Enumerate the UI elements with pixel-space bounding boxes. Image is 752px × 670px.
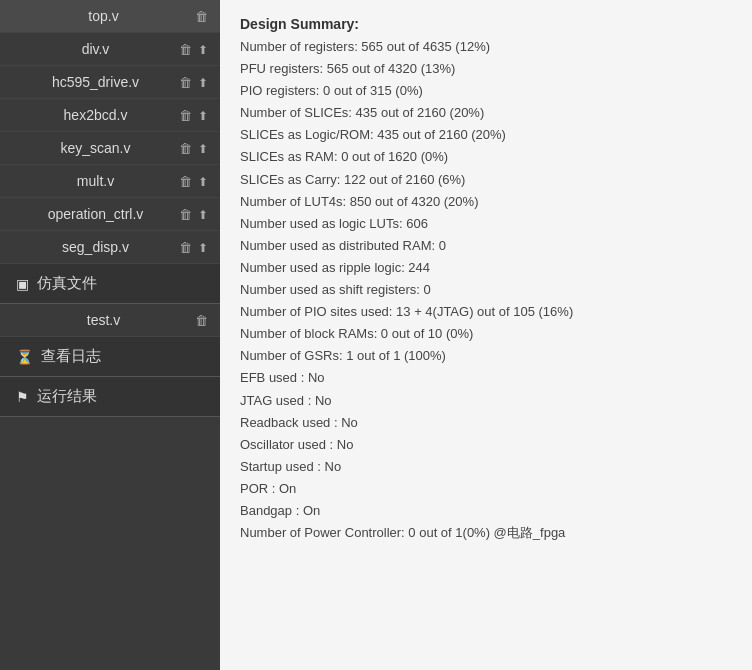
summary-line: PFU registers: 565 out of 4320 (13%) <box>240 58 732 80</box>
upload-icon[interactable] <box>198 140 208 156</box>
sidebar-sim-file-item[interactable]: test.v <box>0 304 220 337</box>
sidebar: top.v div.v hc595_drive.v hex2bcd.v key_… <box>0 0 220 670</box>
trash-icon[interactable] <box>179 206 192 222</box>
trash-icon[interactable] <box>179 239 192 255</box>
summary-line: Number of LUT4s: 850 out of 4320 (20%) <box>240 191 732 213</box>
sim-section-label: 仿真文件 <box>37 274 97 293</box>
log-section-header[interactable]: 查看日志 <box>0 337 220 377</box>
sidebar-file-name: top.v <box>12 8 195 24</box>
sidebar-file-icons <box>195 8 208 24</box>
trash-icon[interactable] <box>195 8 208 24</box>
summary-line: Number used as distributed RAM: 0 <box>240 235 732 257</box>
sidebar-file-item[interactable]: mult.v <box>0 165 220 198</box>
summary-line: POR : On <box>240 478 732 500</box>
trash-icon[interactable] <box>179 140 192 156</box>
sidebar-file-name: operation_ctrl.v <box>12 206 179 222</box>
sidebar-file-item[interactable]: hex2bcd.v <box>0 99 220 132</box>
sidebar-file-item[interactable]: operation_ctrl.v <box>0 198 220 231</box>
summary-line: Number of block RAMs: 0 out of 10 (0%) <box>240 323 732 345</box>
upload-icon[interactable] <box>198 206 208 222</box>
trash-icon[interactable] <box>179 41 192 57</box>
summary-line: Bandgap : On <box>240 500 732 522</box>
upload-icon[interactable] <box>198 107 208 123</box>
summary-line: Number of PIO sites used: 13 + 4(JTAG) o… <box>240 301 732 323</box>
summary-line: Readback used : No <box>240 412 732 434</box>
summary-line: Number used as shift registers: 0 <box>240 279 732 301</box>
sidebar-file-name: seg_disp.v <box>12 239 179 255</box>
summary-line: Number used as ripple logic: 244 <box>240 257 732 279</box>
summary-line: PIO registers: 0 out of 315 (0%) <box>240 80 732 102</box>
sidebar-file-icons <box>179 74 208 90</box>
upload-icon[interactable] <box>198 74 208 90</box>
sidebar-file-item[interactable]: div.v <box>0 33 220 66</box>
sidebar-file-item[interactable]: top.v <box>0 0 220 33</box>
sidebar-file-icons <box>179 173 208 189</box>
log-icon <box>16 348 33 365</box>
run-section-label: 运行结果 <box>37 387 97 406</box>
log-section-label: 查看日志 <box>41 347 101 366</box>
sidebar-file-icons <box>179 140 208 156</box>
upload-icon[interactable] <box>198 41 208 57</box>
sidebar-file-name: hc595_drive.v <box>12 74 179 90</box>
sidebar-sim-file-icons <box>195 312 208 328</box>
main-content: Design Summary: Number of registers: 565… <box>220 0 752 670</box>
summary-line: Oscillator used : No <box>240 434 732 456</box>
run-icon <box>16 388 29 405</box>
summary-line: Number used as logic LUTs: 606 <box>240 213 732 235</box>
summary-line: SLICEs as Logic/ROM: 435 out of 2160 (20… <box>240 124 732 146</box>
sidebar-file-name: hex2bcd.v <box>12 107 179 123</box>
trash-icon[interactable] <box>179 74 192 90</box>
sidebar-file-item[interactable]: key_scan.v <box>0 132 220 165</box>
sidebar-file-icons <box>179 41 208 57</box>
trash-icon[interactable] <box>179 173 192 189</box>
summary-line: Number of registers: 565 out of 4635 (12… <box>240 36 732 58</box>
summary-line: Number of SLICEs: 435 out of 2160 (20%) <box>240 102 732 124</box>
sidebar-file-item[interactable]: hc595_drive.v <box>0 66 220 99</box>
summary-title: Design Summary: <box>240 16 732 32</box>
sidebar-file-icons <box>179 239 208 255</box>
upload-icon[interactable] <box>198 173 208 189</box>
summary-line: SLICEs as RAM: 0 out of 1620 (0%) <box>240 146 732 168</box>
sidebar-file-icons <box>179 206 208 222</box>
summary-line: Number of GSRs: 1 out of 1 (100%) <box>240 345 732 367</box>
summary-line: Startup used : No <box>240 456 732 478</box>
summary-line: Number of Power Controller: 0 out of 1(0… <box>240 522 732 544</box>
sidebar-file-name: div.v <box>12 41 179 57</box>
sidebar-sim-file-name: test.v <box>12 312 195 328</box>
sidebar-file-icons <box>179 107 208 123</box>
sim-section-header[interactable]: 仿真文件 <box>0 264 220 304</box>
summary-line: JTAG used : No <box>240 390 732 412</box>
summary-line: EFB used : No <box>240 367 732 389</box>
summary-line: SLICEs as Carry: 122 out of 2160 (6%) <box>240 169 732 191</box>
trash-icon[interactable] <box>179 107 192 123</box>
trash-icon[interactable] <box>195 312 208 328</box>
sim-icon <box>16 275 29 292</box>
sidebar-file-name: mult.v <box>12 173 179 189</box>
sidebar-file-item[interactable]: seg_disp.v <box>0 231 220 264</box>
run-section-header[interactable]: 运行结果 <box>0 377 220 417</box>
sidebar-file-name: key_scan.v <box>12 140 179 156</box>
upload-icon[interactable] <box>198 239 208 255</box>
